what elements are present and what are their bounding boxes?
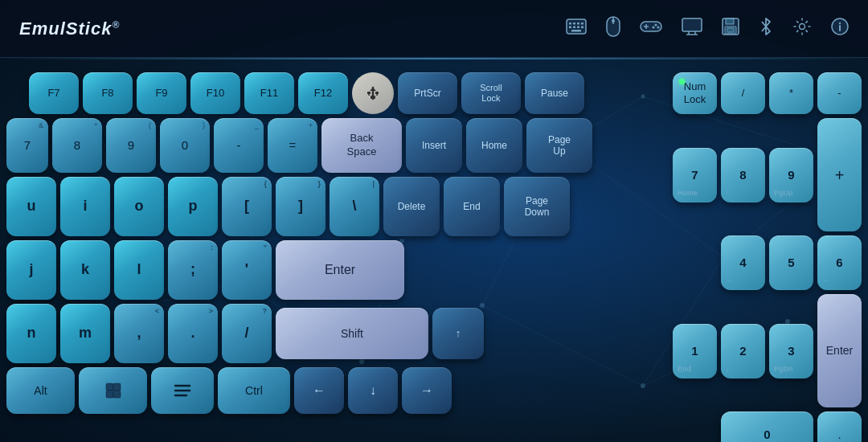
svg-rect-46	[577, 26, 579, 28]
svg-rect-70	[371, 96, 375, 99]
key-delete[interactable]: Delete	[383, 177, 440, 236]
numpad-9[interactable]: PgUp9	[769, 148, 813, 203]
key-0[interactable]: )0	[160, 118, 210, 173]
key-end[interactable]: End	[444, 177, 500, 236]
svg-rect-75	[106, 383, 113, 391]
key-p[interactable]: p	[168, 177, 218, 236]
key-bracket-right[interactable]: }]	[276, 177, 326, 236]
numpad-1[interactable]: End1	[673, 324, 717, 379]
key-backslash[interactable]: |\	[330, 177, 379, 236]
key-l[interactable]: l	[114, 240, 164, 300]
numpad-4[interactable]: ←4	[721, 235, 765, 290]
mouse-icon[interactable]	[606, 16, 620, 42]
key-f7[interactable]: F7	[29, 72, 79, 114]
numpad-row-3: End1 ↓2 PgDn3 Enter	[671, 294, 862, 407]
key-scroll-lock[interactable]: ScrollLock	[461, 72, 521, 114]
svg-rect-58	[682, 18, 702, 31]
key-f9[interactable]: F9	[137, 72, 186, 114]
key-shift-right[interactable]: Shift	[276, 308, 428, 359]
monitor-icon[interactable]	[682, 18, 702, 40]
key-apostrophe[interactable]: "'	[222, 240, 272, 300]
svg-point-66	[800, 23, 805, 29]
key-period[interactable]: >.	[168, 304, 218, 363]
key-equals[interactable]: +=	[268, 118, 317, 173]
numpad-2[interactable]: ↓2	[721, 324, 765, 379]
key-8[interactable]: *8	[52, 118, 102, 173]
key-7[interactable]: &7	[6, 118, 48, 173]
key-usb[interactable]	[352, 72, 394, 114]
key-9[interactable]: (9	[106, 118, 156, 173]
numpad-minus[interactable]: -	[817, 72, 862, 114]
key-arrow-right[interactable]: →	[402, 367, 452, 414]
svg-rect-78	[113, 391, 121, 398]
key-f8[interactable]: F8	[83, 72, 133, 114]
numpad-7[interactable]: Home7	[673, 148, 717, 203]
svg-rect-45	[573, 26, 575, 28]
key-comma[interactable]: <,	[114, 304, 164, 363]
numpad-row-bottom: Ins0 Del.	[671, 411, 862, 442]
numpad-asterisk[interactable]: *	[769, 72, 813, 114]
key-win[interactable]	[79, 367, 147, 414]
svg-point-56	[657, 26, 660, 28]
svg-rect-65	[727, 28, 734, 32]
key-n[interactable]: n	[6, 304, 56, 363]
key-u[interactable]: u	[6, 177, 56, 236]
svg-rect-42	[577, 23, 579, 25]
svg-rect-63	[726, 18, 734, 24]
settings-icon[interactable]	[792, 17, 812, 41]
bluetooth-icon[interactable]	[759, 17, 773, 41]
key-alt[interactable]: Alt	[6, 367, 75, 414]
numpad-slash[interactable]: /	[721, 72, 765, 114]
numpad-plus[interactable]: +	[817, 118, 862, 231]
svg-rect-73	[367, 92, 371, 94]
numpad-0[interactable]: Ins0	[721, 411, 813, 442]
numpad-dot[interactable]: Del.	[817, 411, 862, 442]
numpad-numlock[interactable]: NumLock	[673, 72, 717, 114]
svg-point-57	[653, 26, 655, 28]
key-pageup[interactable]: PageUp	[526, 118, 592, 173]
key-pause[interactable]: Pause	[525, 72, 584, 114]
key-semicolon[interactable]: :;	[168, 240, 218, 300]
app-trademark: ®	[112, 18, 120, 30]
key-backspace[interactable]: BackSpace	[321, 118, 402, 173]
key-bracket-left[interactable]: {[	[222, 177, 272, 236]
svg-rect-43	[581, 23, 583, 25]
numpad-enter[interactable]: Enter	[817, 294, 862, 407]
key-j[interactable]: j	[6, 240, 56, 300]
key-arrow-up[interactable]: ↑	[432, 308, 484, 359]
key-home[interactable]: Home	[466, 118, 522, 173]
svg-point-51	[612, 19, 615, 23]
key-f10[interactable]: F10	[190, 72, 240, 114]
numpad-3[interactable]: PgDn3	[769, 324, 813, 379]
key-i[interactable]: i	[60, 177, 110, 236]
key-minus[interactable]: _-	[214, 118, 264, 173]
key-arrow-left[interactable]: ←	[294, 367, 344, 414]
key-pagedown[interactable]: PageDown	[504, 177, 570, 236]
numpad-6[interactable]: →6	[817, 235, 862, 290]
floppy-icon[interactable]	[722, 18, 739, 40]
key-m[interactable]: m	[60, 304, 110, 363]
svg-rect-77	[106, 391, 113, 398]
key-f11[interactable]: F11	[244, 72, 294, 114]
key-prtscr[interactable]: PrtScr	[398, 72, 457, 114]
numpad-section: NumLock / * - Home7 ↑8 PgUp9 + ←4 5 →6 E…	[671, 64, 868, 442]
key-f12[interactable]: F12	[298, 72, 348, 114]
key-slash[interactable]: ?/	[222, 304, 272, 363]
numpad-row-top: NumLock / * -	[671, 72, 862, 114]
svg-rect-48	[571, 30, 581, 32]
numpad-8[interactable]: ↑8	[721, 148, 765, 203]
gamepad-icon[interactable]	[640, 18, 662, 39]
key-ctrl-right[interactable]: Ctrl	[218, 367, 290, 414]
numpad-5[interactable]: 5	[769, 235, 813, 290]
key-arrow-down[interactable]: ↓	[348, 367, 398, 414]
numpad-row-2: ←4 5 →6	[671, 235, 862, 290]
keyboard-icon[interactable]	[566, 18, 587, 39]
key-insert[interactable]: Insert	[406, 118, 462, 173]
info-icon[interactable]	[831, 18, 849, 40]
key-enter[interactable]: Enter	[276, 240, 404, 300]
svg-rect-41	[573, 23, 575, 25]
key-k[interactable]: k	[60, 240, 110, 300]
svg-rect-40	[569, 23, 571, 25]
key-menu[interactable]	[151, 367, 214, 414]
key-o[interactable]: o	[114, 177, 164, 236]
